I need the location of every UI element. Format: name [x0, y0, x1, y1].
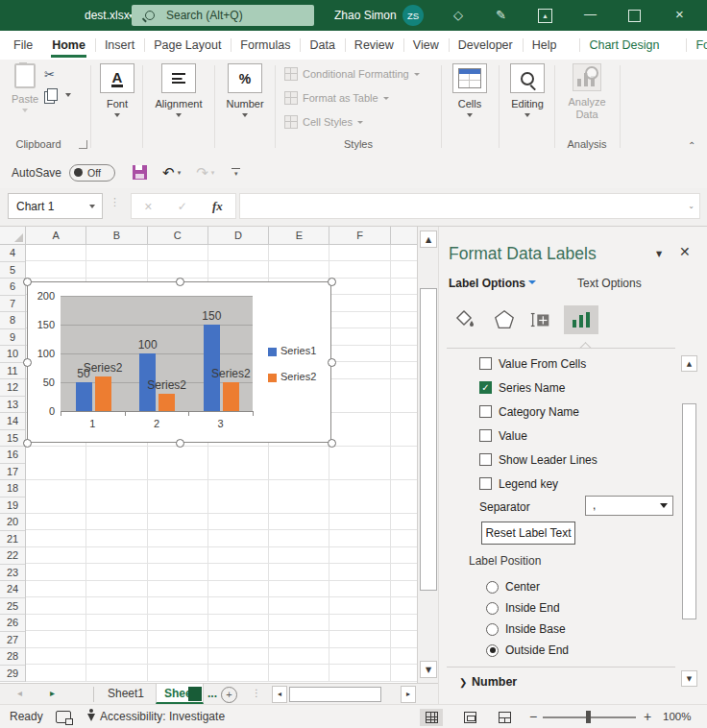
select-all-corner[interactable] — [0, 227, 26, 245]
row-header-29[interactable]: 29 — [0, 666, 25, 683]
ribbon-tab-review[interactable]: Review — [345, 31, 403, 60]
pencil-edit-icon[interactable]: ✎ — [496, 8, 506, 22]
user-name[interactable]: Zhao Simon — [334, 9, 397, 22]
radio-row-outside-end[interactable]: Outside End — [439, 640, 679, 661]
zoom-level[interactable]: 100% — [663, 711, 691, 722]
row-header-13[interactable]: 13 — [0, 397, 25, 414]
chart-bar-series2-1[interactable] — [95, 376, 111, 411]
row-header-24[interactable]: 24 — [0, 581, 25, 598]
separator-select[interactable]: , — [585, 496, 673, 516]
customize-qat-icon[interactable]: ▾ — [232, 168, 240, 178]
scroll-up-icon[interactable]: ▲ — [420, 231, 437, 248]
gem-icon[interactable]: ◇ — [453, 8, 463, 22]
undo-chevron-icon[interactable]: ▾ — [178, 169, 182, 177]
number-section-header[interactable]: Number — [472, 675, 517, 689]
checkbox-row-value[interactable]: Value — [439, 424, 679, 448]
page-break-view-button[interactable] — [493, 709, 516, 726]
minimize-button[interactable]: — — [584, 7, 597, 21]
formula-input[interactable]: ⌄ — [239, 193, 700, 219]
row-header-26[interactable]: 26 — [0, 615, 25, 632]
ribbon-tab-data[interactable]: Data — [300, 31, 344, 60]
column-header-b[interactable]: B — [86, 227, 147, 244]
row-header-17[interactable]: 17 — [0, 464, 25, 481]
cancel-icon[interactable]: × — [144, 199, 152, 214]
ribbon-tab-home[interactable]: Home — [42, 31, 95, 60]
expand-formula-bar-icon[interactable]: ⌄ — [688, 202, 695, 210]
ribbon-tab-file[interactable]: File — [4, 31, 42, 60]
tab-effects-icon[interactable] — [487, 305, 522, 334]
tab-label-options-chart-icon[interactable] — [564, 305, 598, 334]
name-box[interactable]: Chart 1 — [8, 193, 103, 219]
row-header-21[interactable]: 21 — [0, 531, 25, 548]
row-header-25[interactable]: 25 — [0, 598, 25, 616]
autosave-toggle[interactable]: Off — [69, 164, 115, 182]
cell-styles-button[interactable]: Cell Styles — [284, 115, 363, 129]
checkbox-category-name[interactable] — [479, 405, 492, 418]
more-sheets-button[interactable]: ... — [204, 684, 221, 704]
chart-bar-series2-2[interactable] — [158, 394, 175, 411]
embedded-chart[interactable]: 05010015020012350100150Series1Series2Ser… — [27, 281, 331, 443]
chart-selection-handle[interactable] — [328, 278, 336, 286]
number-group-button[interactable]: % Number — [218, 63, 272, 117]
row-header-28[interactable]: 28 — [0, 648, 25, 666]
row-header-4[interactable]: 4 — [0, 245, 25, 262]
font-group-button[interactable]: A Font — [94, 63, 140, 117]
chart-selection-handle[interactable] — [23, 358, 32, 367]
avatar[interactable]: ZS — [402, 5, 424, 26]
tab-fill-line-icon[interactable] — [447, 305, 481, 334]
tab-text-options[interactable]: Text Options — [577, 277, 642, 290]
page-layout-view-button[interactable] — [458, 709, 481, 726]
chart-selection-handle[interactable] — [176, 278, 184, 286]
format-painter-button[interactable] — [44, 106, 85, 124]
ribbon-display-options-icon[interactable]: ▲ — [538, 9, 552, 23]
accessibility-status[interactable]: Accessibility: Investigate — [100, 710, 225, 723]
tab-label-options[interactable]: Label Options — [449, 277, 525, 290]
column-header-e[interactable]: E — [269, 227, 329, 244]
ribbon-tab-insert[interactable]: Insert — [95, 31, 144, 60]
close-button[interactable]: × — [675, 6, 684, 22]
paste-button[interactable]: Paste — [8, 63, 42, 112]
normal-view-button[interactable] — [420, 709, 443, 726]
row-header-23[interactable]: 23 — [0, 565, 25, 582]
maximize-button[interactable] — [628, 10, 641, 22]
undo-button[interactable]: ↶ — [162, 164, 175, 182]
enter-icon[interactable]: ✓ — [178, 200, 187, 213]
checkbox-value[interactable] — [479, 429, 492, 442]
name-box-chevron-icon[interactable] — [89, 205, 95, 208]
redo-button[interactable]: ↷ — [196, 164, 208, 182]
column-header-partial[interactable] — [391, 227, 417, 244]
chart-selection-handle[interactable] — [328, 358, 336, 367]
vertical-scrollbar-thumb[interactable] — [420, 288, 437, 591]
chart-bar-series1-1[interactable] — [76, 382, 92, 411]
column-header-d[interactable]: D — [208, 227, 269, 244]
pane-scrollbar-thumb[interactable] — [682, 403, 696, 619]
row-header-16[interactable]: 16 — [0, 447, 25, 464]
column-header-c[interactable]: C — [148, 227, 208, 244]
row-header-18[interactable]: 18 — [0, 480, 25, 497]
tab-size-properties-icon[interactable] — [524, 305, 558, 334]
conditional-formatting-button[interactable]: Conditional Formatting — [284, 67, 420, 81]
row-header-15[interactable]: 15 — [0, 430, 25, 448]
alignment-group-button[interactable]: Alignment — [146, 63, 211, 117]
file-name[interactable]: dest.xlsx — [85, 9, 130, 22]
cells-group-button[interactable]: Cells — [445, 63, 495, 117]
chart-bar-series2-3[interactable] — [223, 382, 239, 411]
radio-outside-end[interactable] — [486, 644, 499, 657]
pane-close-icon[interactable]: ✕ — [679, 244, 691, 259]
row-header-19[interactable]: 19 — [0, 497, 25, 515]
ribbon-tab-developer[interactable]: Developer — [449, 31, 523, 60]
checkbox-value-from-cells[interactable] — [479, 357, 492, 370]
analyze-data-button[interactable]: Analyze Data — [562, 63, 612, 121]
checkbox-row-category-name[interactable]: Category Name — [439, 400, 679, 424]
sheet-nav-right-icon[interactable]: ▸ — [50, 688, 55, 698]
number-section-chevron-icon[interactable]: ❯ — [459, 677, 467, 688]
checkbox-legend-key[interactable] — [479, 477, 492, 490]
pane-scroll-up-icon[interactable]: ▲ — [681, 355, 697, 372]
radio-inside-base[interactable] — [486, 623, 499, 636]
copy-button[interactable] — [44, 85, 85, 104]
ribbon-tab-view[interactable]: View — [403, 31, 449, 60]
pane-scroll-down-icon[interactable]: ▼ — [681, 670, 697, 687]
zoom-in-button[interactable]: + — [644, 709, 651, 724]
chart-selection-handle[interactable] — [23, 439, 32, 448]
row-header-6[interactable]: 6 — [0, 279, 25, 296]
